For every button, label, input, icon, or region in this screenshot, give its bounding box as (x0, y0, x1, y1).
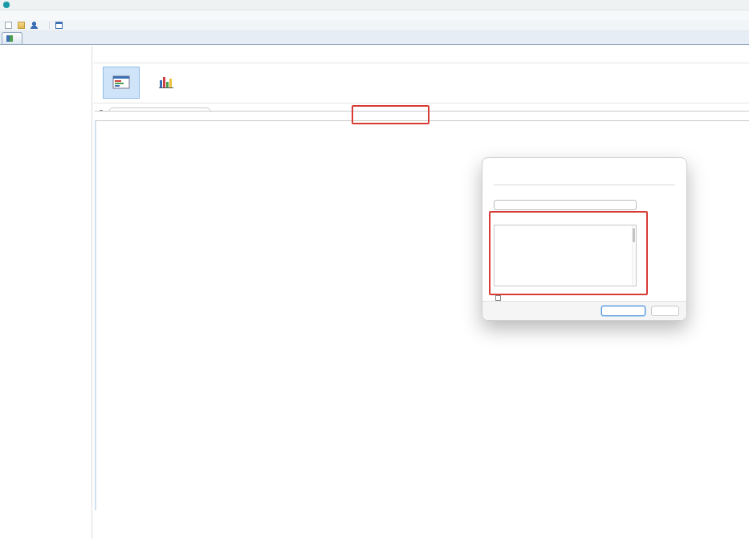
scoring-selector[interactable] (55, 22, 67, 29)
title-bar (0, 0, 749, 10)
patient-icon[interactable] (31, 22, 38, 29)
show-all-signals-row[interactable] (495, 295, 504, 301)
event-groups-button[interactable] (148, 67, 185, 99)
event-types-icon (112, 75, 130, 89)
ok-button[interactable] (601, 306, 645, 316)
app-logo-icon (3, 2, 10, 8)
workspace-grid-icon (6, 35, 13, 42)
scoring-icon (55, 22, 63, 29)
suggested-location-select[interactable] (494, 200, 637, 210)
tab-bar (0, 31, 749, 45)
show-all-signals-checkbox[interactable] (495, 295, 501, 301)
divider (93, 103, 749, 103)
new-document-icon[interactable] (5, 22, 12, 29)
toolbar (0, 20, 749, 31)
dialog-tab-divider (494, 185, 675, 185)
cancel-button[interactable] (651, 306, 679, 316)
scrollbar-thumb[interactable] (633, 228, 635, 242)
toolbar-separator (49, 22, 50, 30)
menu-bar (0, 10, 749, 20)
single-click-location-list[interactable] (494, 225, 637, 286)
event-type-dialog (482, 157, 687, 321)
scrollbar[interactable] (632, 225, 636, 286)
psg-dropdown-button[interactable] (2, 32, 22, 44)
dialog-footer (482, 301, 686, 320)
table-header-row (95, 111, 749, 121)
event-groups-icon (157, 75, 175, 89)
divider (93, 63, 749, 63)
open-folder-icon[interactable] (18, 22, 25, 29)
settings-sidebar (0, 46, 92, 539)
view-toggle-bar (103, 67, 185, 99)
status-bar (0, 539, 749, 560)
event-types-button[interactable] (103, 67, 140, 99)
